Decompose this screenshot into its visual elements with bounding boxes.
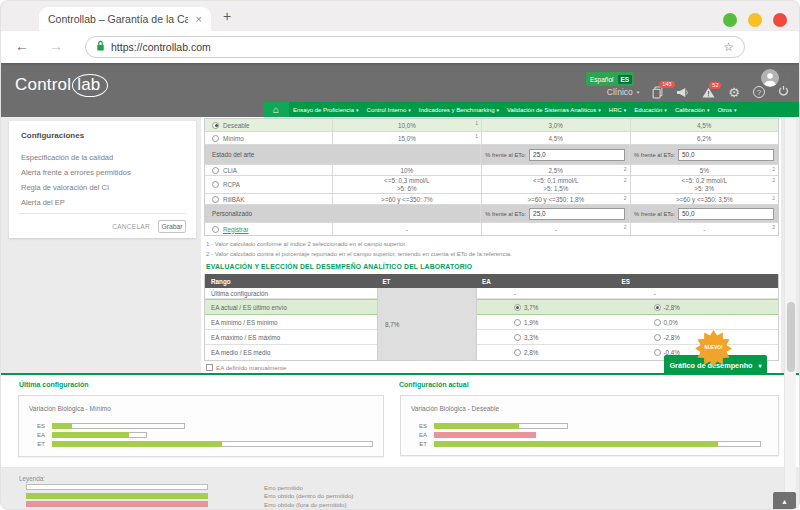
registrar-link[interactable]: Registrar — [223, 226, 249, 233]
footnote-1: 1 - Valor calculado conforme al índice 2… — [206, 239, 512, 249]
avatar[interactable] — [761, 69, 779, 91]
radio-es-minimo[interactable] — [654, 319, 661, 326]
nav-item-validacion[interactable]: Validación de Sistemas Analíticos▾ — [503, 107, 605, 113]
browser-tab[interactable]: Controllab – Garantía de la Cali × — [39, 7, 211, 31]
window-close-light[interactable] — [773, 13, 787, 27]
eto-input-es[interactable] — [678, 149, 774, 161]
forward-icon[interactable]: → — [49, 38, 63, 54]
cancel-button[interactable]: CANCELAR — [112, 223, 150, 230]
radio-clia[interactable] — [212, 167, 219, 174]
radio-es-maximo[interactable] — [654, 334, 661, 341]
vertical-scrollbar[interactable] — [784, 117, 796, 507]
url-bar[interactable]: https://controllab.com ☆ — [85, 36, 745, 58]
lock-icon — [96, 38, 105, 56]
manual-ea-checkbox-row[interactable]: EA definido manualmente — [206, 364, 287, 371]
main-nav: ⌂ Ensayo de Proficiencia▾ Control Intern… — [263, 102, 799, 117]
new-tab-button[interactable]: + — [223, 8, 231, 24]
table-row-clia[interactable]: CLIA 10% 2,5%2 5%2 — [205, 165, 778, 176]
table-row-registrar[interactable]: Registrar - -2 -2 — [205, 223, 778, 235]
eval-row-maximo[interactable]: EA máximo / ES máximo 3,3% -2,8% — [205, 330, 778, 345]
radio-registrar[interactable] — [212, 226, 219, 233]
nav-item-educacion[interactable]: Educación▾ — [630, 107, 671, 113]
radio-ea-actual[interactable] — [514, 304, 521, 311]
manual-ea-checkbox[interactable] — [206, 364, 213, 371]
scrollbar-thumb[interactable] — [787, 302, 795, 372]
nav-item-control-interno[interactable]: Control Interno▾ — [363, 107, 415, 113]
bar-row-es: ES — [27, 421, 373, 430]
sidebar-item-especificacion[interactable]: Especificación de la calidad — [21, 153, 131, 162]
legend-item-outside: Erro obtido (fora do permitido) — [26, 501, 353, 507]
nav-item-ensayo[interactable]: Ensayo de Proficiencia▾ — [289, 107, 363, 113]
chart-panel: Última configuración Configuración actua… — [1, 373, 800, 467]
documents-count-badge: 143 — [659, 81, 674, 89]
nav-item-indicadores[interactable]: Indicadores y Benchmarking▾ — [415, 107, 503, 113]
chevron-down-icon: ▾ — [356, 107, 359, 113]
nav-item-calibracion[interactable]: Calibración▾ — [671, 107, 714, 113]
sidebar-title: Configuraciones — [21, 131, 84, 140]
evaluation-heading: EVALUACIÓN Y ELECCIÓN DEL DESEMPEÑO ANAL… — [206, 263, 472, 270]
et-merged-cell: 8,7% — [377, 288, 477, 360]
alerts-warning-icon[interactable]: 52 — [702, 87, 715, 98]
power-icon[interactable] — [778, 83, 789, 101]
footnote-2: 2 - Valor calculado contra el porcentaje… — [206, 249, 512, 259]
chart-legend: Leyenda: Erro permitido Erro obtido (den… — [19, 475, 353, 510]
table-footnotes: 1 - Valor calculado conforme al índice 2… — [206, 239, 512, 259]
url-text: https://controllab.com — [111, 41, 211, 53]
radio-deseable[interactable] — [212, 122, 219, 129]
radio-ea-minimo[interactable] — [514, 319, 521, 326]
scroll-to-top-button[interactable]: ▲ — [773, 492, 796, 510]
window-minimize-light[interactable] — [748, 13, 762, 27]
table-row-minimo[interactable]: Mínimo 15,0%1 4,5% 6,2% — [205, 132, 778, 145]
radio-es-medio[interactable] — [654, 349, 661, 356]
eval-row-ultima: Última configuración - - — [205, 288, 778, 299]
chart-title: Variación Biológica - Mínimo — [29, 405, 111, 412]
radio-es-ultimo[interactable] — [654, 304, 661, 311]
megaphone-icon[interactable] — [676, 87, 689, 98]
col-header-es: ES — [616, 274, 778, 288]
eval-row-minimo[interactable]: EA mínimo / ES mínimo 1,9% 0,0% — [205, 315, 778, 330]
obtained-bar — [52, 441, 222, 447]
sidebar-item-alerta-errores[interactable]: Alerta frente a errores permitidos — [21, 168, 131, 177]
bookmark-star-icon[interactable]: ☆ — [723, 40, 734, 54]
chevron-down-icon: ▾ — [707, 107, 710, 113]
chart-title: Variación Biológica - Deseable — [411, 405, 499, 412]
eto-custom-input-ea[interactable] — [529, 208, 625, 220]
radio-ea-maximo[interactable] — [514, 334, 521, 341]
context-dropdown[interactable]: Clínico▾ — [607, 87, 640, 97]
table-row-rilibak[interactable]: RiliBÄK >=60 y <=350: 7% >=60 y <=350: 1… — [205, 194, 778, 205]
save-button[interactable]: Grabar — [158, 220, 186, 233]
legend-swatch-outside — [26, 501, 208, 507]
controllab-logo[interactable]: Controllab — [15, 75, 108, 95]
window-controls — [723, 13, 787, 27]
radio-rcpa[interactable] — [212, 181, 219, 188]
window-maximize-light[interactable] — [723, 13, 737, 27]
back-icon[interactable]: ← — [15, 38, 29, 54]
obtained-bar — [434, 432, 536, 438]
col-header-rango: Rango — [205, 274, 376, 288]
home-icon[interactable]: ⌂ — [263, 102, 289, 117]
browser-menu-icon[interactable]: ⋮ — [782, 71, 793, 84]
table-row-deseable[interactable]: Deseable 10,0%1 3,0% 4,5% — [205, 119, 778, 132]
bar-row-es: ES — [409, 421, 768, 430]
legend-swatch-within — [26, 493, 208, 499]
sidebar-item-alerta-ep[interactable]: Alerta del EP — [21, 198, 131, 207]
radio-minimo[interactable] — [212, 135, 219, 142]
sidebar-item-regla-ci[interactable]: Regla de valoración del CI — [21, 183, 131, 192]
eto-input-ea[interactable] — [529, 149, 625, 161]
radio-rilibak[interactable] — [212, 196, 219, 203]
gear-icon[interactable]: ⚙ — [728, 86, 740, 99]
obtained-bar — [52, 423, 72, 429]
chevron-down-icon: ▾ — [637, 89, 640, 95]
nav-item-hrc[interactable]: HRC▾ — [605, 107, 631, 113]
nav-item-otros[interactable]: Otros▾ — [713, 107, 740, 113]
nuevo-badge: NUEVO! — [695, 330, 732, 367]
eval-row-actual[interactable]: EA actual / ES último envío 3,7% -2,8% — [205, 299, 778, 315]
chevron-down-icon: ▾ — [734, 107, 737, 113]
obtained-bar — [434, 423, 519, 429]
tab-close-icon[interactable]: × — [196, 13, 202, 25]
documents-icon[interactable]: 143 — [652, 86, 663, 99]
eto-custom-input-es[interactable] — [678, 208, 774, 220]
radio-ea-medio[interactable] — [514, 349, 521, 356]
browser-window: Controllab – Garantía de la Cali × + ← →… — [0, 0, 800, 510]
table-row-rcpa[interactable]: RCPA <=5: 0,3 mmol/L >5: 6% <=5: 0,1 mmo… — [205, 176, 778, 194]
